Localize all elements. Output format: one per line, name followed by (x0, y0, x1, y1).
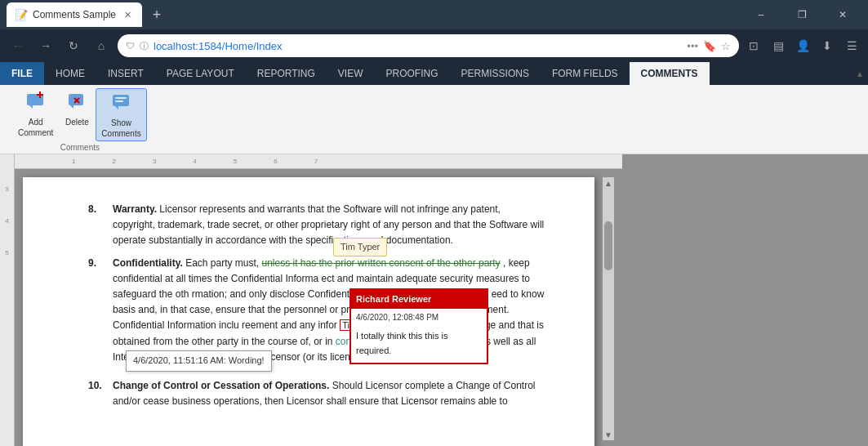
ruler-4: 4 (193, 158, 196, 165)
delete-label: Delete (65, 117, 89, 127)
ruler-7: 7 (314, 158, 318, 165)
home-button[interactable]: ⌂ (90, 34, 113, 57)
browser-tab[interactable]: 📝 Comments Sample ✕ (7, 2, 142, 27)
strikethrough-text: unless it has the prior written consent … (262, 257, 501, 269)
para-text-8: Licensor represents and warrants that th… (113, 203, 544, 246)
svg-rect-10 (115, 97, 127, 99)
ruler-6: 6 (274, 158, 277, 165)
paragraph-9: 9. Confidentiality. Each party must, unl… (88, 256, 545, 365)
para-heading-8: Warranty. (113, 203, 157, 215)
doc-scroll-area: 8. Warranty. Licensor represents and war… (15, 169, 622, 446)
tab-form-fields[interactable]: FORM FIELDS (541, 62, 630, 85)
account-icon[interactable]: 👤 (793, 39, 812, 52)
tab-view[interactable]: VIEW (327, 62, 375, 85)
show-comments-button[interactable]: ShowComments (96, 88, 146, 141)
scroll-up-button[interactable]: ▲ (603, 177, 614, 189)
refresh-button[interactable]: ↻ (62, 34, 85, 57)
delete-icon (65, 90, 88, 116)
tab-proofing[interactable]: PROOFING (375, 62, 450, 85)
address-indicator: ⓘ (140, 40, 149, 52)
add-comment-icon (24, 90, 47, 116)
add-comment-button[interactable]: AddComment (13, 88, 58, 141)
star-icon[interactable]: ☆ (721, 40, 731, 52)
tab-close-button[interactable]: ✕ (121, 8, 134, 21)
svg-marker-1 (29, 105, 33, 109)
ruler-mark-4: 4 (5, 217, 8, 225)
browser-titlebar: 📝 Comments Sample ✕ + – ❐ ✕ (0, 0, 868, 29)
restore-button[interactable]: ❐ (783, 2, 821, 28)
tab-home[interactable]: HOME (44, 62, 96, 85)
ribbon-tabs: FILE HOME INSERT PAGE LAYOUT REPORTING V… (0, 62, 868, 85)
scrollbar-thumb[interactable] (604, 221, 612, 270)
bookmark-icon[interactable]: 🔖 (703, 40, 716, 52)
comment-popup-header: Richard Reviewer (351, 290, 487, 310)
show-comments-icon (110, 91, 133, 117)
add-comment-label: AddComment (18, 117, 53, 138)
browser-addressbar: ← → ↻ ⌂ 🛡 ⓘ localhost:1584/Home/Index ••… (0, 29, 868, 62)
tab-comments[interactable]: COMMENTS (630, 62, 710, 85)
svg-rect-11 (115, 100, 123, 102)
show-comments-label: ShowComments (101, 118, 140, 139)
wording-tooltip: 4/6/2020, 11:51:16 AM: Wording! (126, 350, 272, 372)
menu-icon[interactable]: ☰ (842, 39, 861, 52)
pocket-icon[interactable]: ⊡ (744, 39, 763, 52)
scroll-down-button[interactable]: ▼ (603, 429, 614, 440)
new-tab-button[interactable]: + (145, 3, 168, 26)
tab-permissions[interactable]: PERMISSIONS (450, 62, 541, 85)
ruler-mark-5: 5 (5, 249, 8, 256)
comments-group-items: AddComment Delete (13, 88, 147, 141)
para-text-9a: Each party must, (185, 257, 261, 269)
comment-popup[interactable]: Richard Reviewer 4/6/2020, 12:08:48 PM I… (349, 288, 488, 365)
address-text: localhost:1584/Home/Index (154, 40, 682, 52)
para-num-10: 10. (88, 378, 105, 409)
browser-right-icons: ⊡ ▤ 👤 ⬇ ☰ (744, 39, 861, 52)
ruler-left: 3 4 5 (0, 154, 15, 446)
tim-tooltip: Tim Typer (333, 238, 387, 257)
document-area: 3 4 5 1 2 3 4 5 6 7 8. Warrant (0, 154, 868, 446)
forward-button[interactable]: → (34, 34, 57, 57)
ruler-marks: 1 2 3 4 5 6 7 (64, 158, 603, 165)
security-icon: 🛡 (126, 41, 135, 51)
reader-icon[interactable]: ▤ (768, 39, 788, 52)
back-button[interactable]: ← (7, 34, 29, 57)
tab-page-layout[interactable]: PAGE LAYOUT (155, 62, 246, 85)
tab-icon: 📝 (15, 9, 28, 21)
para-content-8: Warranty. Licensor represents and warran… (113, 202, 545, 249)
para-content-10: Change of Control or Cessation of Operat… (113, 378, 545, 409)
comments-group-label: Comments (60, 143, 100, 152)
comment-popup-date: 4/6/2020, 12:08:48 PM (351, 309, 487, 327)
tab-insert[interactable]: INSERT (96, 62, 155, 85)
para-num-8: 8. (88, 202, 105, 249)
delete-button[interactable]: Delete (60, 88, 94, 141)
paragraph-8: 8. Warranty. Licensor represents and war… (88, 202, 545, 249)
comment-popup-body: I totally think this this is required. (351, 327, 487, 363)
scrollbar-vertical[interactable]: ▲ ▼ (603, 177, 614, 440)
doc-page: 8. Warranty. Licensor represents and war… (23, 177, 594, 446)
comments-group: AddComment Delete (7, 88, 154, 152)
close-button[interactable]: ✕ (824, 2, 861, 28)
para-heading-10: Change of Control or Cessation of Operat… (113, 380, 329, 391)
tab-title: Comments Sample (33, 9, 116, 20)
window-controls: – ❐ ✕ (742, 2, 861, 28)
ribbon-collapse-button[interactable]: ▲ (852, 65, 868, 82)
download-icon[interactable]: ⬇ (817, 39, 837, 52)
minimize-button[interactable]: – (742, 2, 780, 28)
para-heading-9: Confidentiality. (113, 257, 183, 269)
address-bar[interactable]: 🛡 ⓘ localhost:1584/Home/Index ••• 🔖 ☆ (118, 34, 739, 57)
doc-main: 1 2 3 4 5 6 7 8. Warranty. Licensor repr… (15, 154, 622, 446)
dots-icon[interactable]: ••• (687, 40, 698, 52)
ruler-1: 1 (72, 158, 75, 165)
tab-file[interactable]: FILE (0, 62, 44, 85)
ruler-5: 5 (234, 158, 237, 165)
ruler-top: 1 2 3 4 5 6 7 (15, 154, 622, 169)
paragraph-10: 10. Change of Control or Cessation of Op… (88, 378, 545, 409)
svg-marker-5 (70, 105, 73, 109)
ruler-3: 3 (153, 158, 156, 165)
ruler-mark-3: 3 (5, 185, 8, 193)
para-text-9g: reement and any infor (242, 319, 337, 331)
tab-reporting[interactable]: REPORTING (246, 62, 327, 85)
ribbon-content: AddComment Delete (0, 85, 868, 154)
ruler-2: 2 (112, 158, 115, 165)
svg-marker-9 (115, 106, 118, 109)
para-num-9: 9. (88, 256, 105, 365)
